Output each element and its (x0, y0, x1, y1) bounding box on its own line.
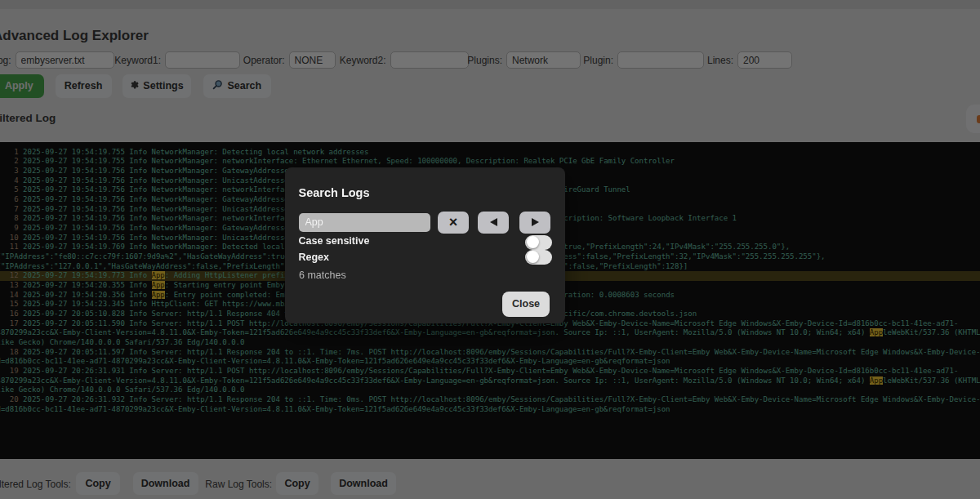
left-triangle-icon (490, 218, 497, 226)
regex-label: Regex (299, 252, 330, 263)
close-dialog-button[interactable]: Close (502, 292, 550, 317)
close-x-icon: × (449, 215, 458, 229)
previous-match-button[interactable] (478, 212, 509, 234)
toggle-knob (527, 236, 539, 248)
clear-search-button[interactable]: × (438, 212, 469, 234)
regex-toggle[interactable] (525, 250, 552, 265)
search-query-input[interactable] (299, 213, 430, 232)
case-sensitive-label: Case sensitive (299, 236, 370, 247)
search-logs-dialog: Search Logs × Case sensitive Regex 6 mat… (285, 167, 565, 323)
next-match-button[interactable] (519, 212, 550, 234)
toggle-knob (527, 251, 539, 263)
dialog-title: Search Logs (299, 187, 370, 199)
right-triangle-icon (532, 218, 539, 226)
match-count: 6 matches (299, 270, 346, 281)
case-sensitive-toggle[interactable] (525, 235, 552, 250)
